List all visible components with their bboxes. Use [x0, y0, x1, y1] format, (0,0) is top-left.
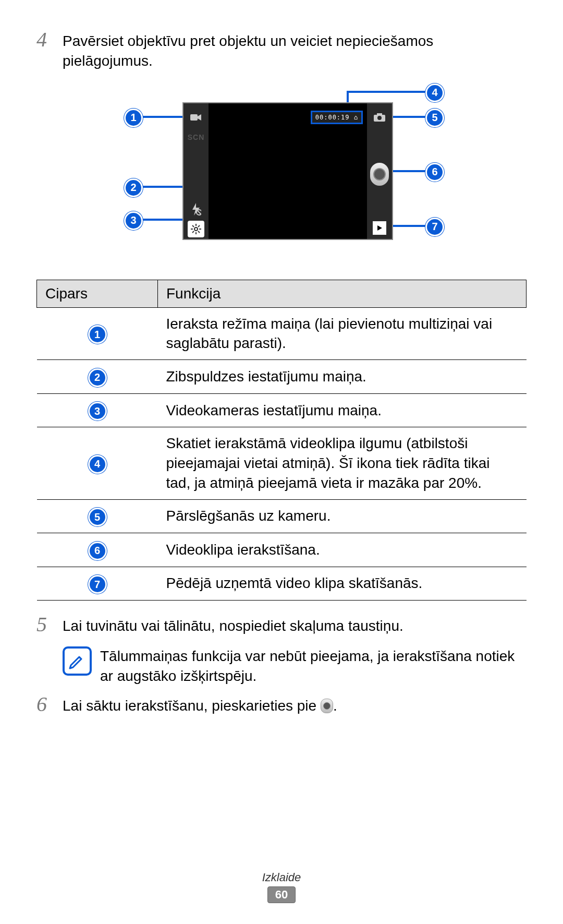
page-footer: Izklaide 60 [0, 871, 563, 903]
callout-4: 4 [425, 83, 444, 102]
table-row: 2 Zibspuldzes iestatījumu maiņa. [37, 360, 527, 394]
row-badge: 2 [88, 368, 107, 387]
row-badge: 3 [88, 402, 107, 421]
callout-1: 1 [124, 109, 143, 127]
row-badge: 7 [88, 575, 107, 594]
step-text: Pavērsiet objektīvu pret objektu un veic… [63, 31, 527, 71]
step6-after: . [333, 698, 337, 714]
step-4: 4 Pavērsiet objektīvu pret objektu un ve… [36, 31, 527, 71]
row-desc: Skatiet ierakstāmā videoklipa ilgumu (at… [158, 427, 527, 499]
step-number: 6 [36, 694, 63, 715]
row-badge: 4 [88, 455, 107, 474]
svg-rect-15 [377, 113, 382, 116]
note-text: Tālummaiņas funkcija var nebūt pieejama,… [100, 646, 527, 686]
flash-icon [188, 201, 204, 218]
callout-2: 2 [124, 178, 143, 197]
phone-screen: SCN 00:00:19 ⌂ [182, 102, 393, 240]
recording-timer: 00:00:19 ⌂ [311, 111, 363, 124]
row-badge: 6 [88, 542, 107, 560]
svg-marker-17 [377, 225, 382, 231]
table-row: 1 Ieraksta režīma maiņa (lai pievienotu … [37, 307, 527, 360]
callout-7: 7 [425, 218, 444, 236]
footer-section: Izklaide [0, 871, 563, 884]
table-row: 3 Videokameras iestatījumu maiņa. [37, 393, 527, 427]
row-desc: Videoklipa ierakstīšana. [158, 533, 527, 567]
functions-table: Cipars Funkcija 1 Ieraksta režīma maiņa … [36, 280, 527, 601]
step-number: 5 [36, 614, 63, 635]
table-row: 5 Pārslēgšanās uz kameru. [37, 499, 527, 533]
row-badge: 1 [88, 325, 107, 344]
svg-line-11 [198, 231, 200, 233]
svg-line-12 [192, 231, 194, 233]
row-desc: Zibspuldzes iestatījumu maiņa. [158, 360, 527, 394]
right-toolbar [367, 103, 392, 239]
left-toolbar: SCN [183, 103, 209, 239]
step-text: Lai tuvinātu vai tālinātu, nospiediet sk… [63, 616, 527, 636]
row-desc: Ieraksta režīma maiņa (lai pievienotu mu… [158, 307, 527, 360]
svg-line-10 [192, 225, 194, 227]
svg-line-13 [198, 225, 200, 227]
gear-icon [188, 221, 204, 237]
svg-point-16 [377, 116, 382, 120]
svg-marker-1 [198, 114, 201, 121]
step-number: 4 [36, 29, 63, 50]
callout-3: 3 [124, 211, 143, 230]
shutter-icon [321, 699, 333, 713]
play-icon [373, 221, 386, 235]
svg-point-5 [194, 227, 198, 231]
table-header-num: Cipars [37, 280, 158, 307]
svg-rect-0 [190, 114, 198, 121]
table-header-func: Funkcija [158, 280, 527, 307]
row-badge: 5 [88, 508, 107, 526]
video-mode-icon [188, 109, 204, 126]
callout-6: 6 [425, 163, 444, 182]
row-desc: Pēdējā uzņemtā video klipa skatīšanās. [158, 567, 527, 601]
scn-icon: SCN [188, 129, 204, 146]
step-6: 6 Lai sāktu ierakstīšanu, pieskarieties … [36, 696, 527, 716]
camera-diagram: SCN 00:00:19 ⌂ [36, 87, 527, 264]
note-box: Tālummaiņas funkcija var nebūt pieejama,… [63, 646, 527, 686]
shutter-button [370, 163, 389, 186]
step-text: Lai sāktu ierakstīšanu, pieskarieties pi… [63, 696, 527, 716]
row-desc: Videokameras iestatījumu maiņa. [158, 393, 527, 427]
callout-5: 5 [425, 109, 444, 127]
page-number: 60 [267, 886, 296, 903]
table-row: 7 Pēdējā uzņemtā video klipa skatīšanās. [37, 567, 527, 601]
step6-before: Lai sāktu ierakstīšanu, pieskarieties pi… [63, 698, 321, 714]
table-row: 4 Skatiet ierakstāmā videoklipa ilgumu (… [37, 427, 527, 499]
note-icon [63, 646, 92, 676]
table-row: 6 Videoklipa ierakstīšana. [37, 533, 527, 567]
step-5: 5 Lai tuvinātu vai tālinātu, nospiediet … [36, 616, 527, 636]
row-desc: Pārslēgšanās uz kameru. [158, 499, 527, 533]
camera-switch-icon [371, 109, 388, 126]
